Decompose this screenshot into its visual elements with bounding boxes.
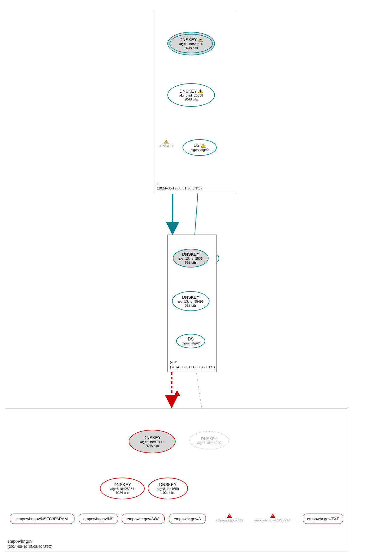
node-emp-zsk1[interactable]: DNSKEY alg=8, id=25251 1024 bits <box>100 478 145 499</box>
zone-timestamp: (2024-08-19 15:08:40 UTC) <box>8 544 52 549</box>
zone-name: empowhr.gov <box>8 538 52 544</box>
node-title: DNSKEY <box>143 435 161 440</box>
node-sub2: 2048 bits <box>184 46 198 50</box>
zone-timestamp: (2024-08-19 08:31:08 UTC) <box>157 186 202 191</box>
rr-label: empowhr.gov/NSEC3PARAM <box>16 517 68 521</box>
node-gov-ksk[interactable]: DNSKEY alg=13, id=2536 512 bits <box>173 249 209 268</box>
zone-gov-label: gov (2024-08-19 11:58:33 UTC) <box>170 359 215 370</box>
zone-name: gov <box>170 359 215 365</box>
node-sub1: alg=8, id=44920 <box>197 441 221 445</box>
svg-rect-0 <box>200 39 201 40</box>
svg-rect-2 <box>200 90 201 92</box>
node-title: DNSKEY <box>201 436 217 441</box>
warning-icon <box>201 143 206 148</box>
dnssec-diagram: . (2024-08-19 08:31:08 UTC) gov (2024-08… <box>0 0 392 552</box>
warning-icon <box>164 140 169 144</box>
node-sub2: 512 bits <box>185 261 197 264</box>
svg-rect-9 <box>177 394 177 395</box>
node-sub2: 1024 bits <box>116 491 129 495</box>
svg-rect-7 <box>203 146 203 147</box>
node-gov-ds[interactable]: DS digest alg=2 <box>176 334 205 348</box>
node-sub2: 1024 bits <box>161 491 175 495</box>
node-sub2: 2048 bits <box>184 97 198 101</box>
error-icon <box>227 514 232 518</box>
svg-rect-4 <box>166 141 166 143</box>
node-sub1: alg=8, id=40111 <box>140 440 164 444</box>
node-title: DNSKEY <box>159 482 177 487</box>
root-dnskey-placeholder: ./DNSKEY <box>158 140 174 148</box>
node-title: DNSKEY <box>180 38 203 42</box>
node-sub1: alg=13, id=35496 <box>178 300 203 304</box>
rr-txt[interactable]: empowhr.gov/TXT <box>303 514 343 524</box>
node-sub2: 512 bits <box>185 304 197 307</box>
node-emp-zsk2[interactable]: DNSKEY alg=8, id=1659 1024 bits <box>148 478 188 499</box>
svg-rect-1 <box>200 41 201 41</box>
error-icon <box>174 390 180 396</box>
node-title: DNSKEY <box>182 295 199 300</box>
node-title: DS <box>194 143 206 148</box>
placeholder-label: ./DNSKEY <box>158 144 174 148</box>
err-cds: empowhr.gov/CDS <box>216 514 243 522</box>
node-sub1: alg=13, id=2536 <box>179 257 203 261</box>
warning-icon <box>198 38 203 42</box>
zone-name: . <box>157 180 202 186</box>
err-label: empowhr.gov/CDS <box>216 518 243 522</box>
rr-label: empowhr.gov/A <box>174 517 201 521</box>
node-root-ds[interactable]: DS digest alg=2 <box>183 139 217 156</box>
node-sub1: alg=8, id=1659 <box>157 487 179 491</box>
svg-rect-10 <box>229 515 230 516</box>
node-title: DNSKEY <box>114 482 131 487</box>
err-cdnskey: empowhr.gov/CDNSKEY <box>254 514 291 522</box>
svg-rect-13 <box>272 517 273 517</box>
zone-timestamp: (2024-08-19 11:58:33 UTC) <box>170 365 215 370</box>
node-sub2: 2048 bits <box>145 444 159 448</box>
node-emp-ksk[interactable]: DNSKEY alg=8, id=40111 2048 bits <box>129 430 176 453</box>
rr-label: empowhr.gov/NS <box>84 517 114 521</box>
svg-rect-12 <box>272 515 273 516</box>
node-title: DS <box>188 337 193 341</box>
rr-soa[interactable]: empowhr.gov/SOA <box>122 514 165 524</box>
node-gov-zsk[interactable]: DNSKEY alg=13, id=35496 512 bits <box>172 291 209 311</box>
rr-ns[interactable]: empowhr.gov/NS <box>79 514 118 524</box>
node-title: DNSKEY <box>180 89 203 94</box>
node-root-ksk[interactable]: DNSKEY alg=8, id=20326 2048 bits <box>167 32 215 55</box>
node-emp-ghost[interactable]: DNSKEY alg=8, id=44920 <box>189 431 229 449</box>
node-root-zsk[interactable]: DNSKEY alg=8, id=20038 2048 bits <box>167 83 215 107</box>
warning-icon <box>198 89 203 93</box>
svg-rect-3 <box>200 92 201 93</box>
err-label: empowhr.gov/CDNSKEY <box>254 518 291 522</box>
svg-rect-5 <box>166 143 166 143</box>
rr-label: empowhr.gov/TXT <box>307 517 339 521</box>
node-sub1: alg=8, id=25251 <box>110 487 134 491</box>
error-icon <box>270 514 275 518</box>
zone-root-label: . (2024-08-19 08:31:08 UTC) <box>157 180 202 191</box>
rr-nsec3param[interactable]: empowhr.gov/NSEC3PARAM <box>10 514 74 524</box>
rr-label: empowhr.gov/SOA <box>127 517 160 521</box>
zone-empowhr-label: empowhr.gov (2024-08-19 15:08:40 UTC) <box>8 538 52 549</box>
node-sub1: alg=8, id=20038 <box>179 94 203 97</box>
node-sub1: digest alg=2 <box>182 341 200 345</box>
svg-rect-8 <box>177 392 177 394</box>
node-sub1: digest alg=2 <box>191 148 209 152</box>
node-title: DNSKEY <box>182 252 199 257</box>
svg-rect-6 <box>203 145 203 146</box>
svg-rect-11 <box>229 517 230 517</box>
node-sub1: alg=8, id=20326 <box>179 42 203 46</box>
rr-a[interactable]: empowhr.gov/A <box>169 514 206 524</box>
